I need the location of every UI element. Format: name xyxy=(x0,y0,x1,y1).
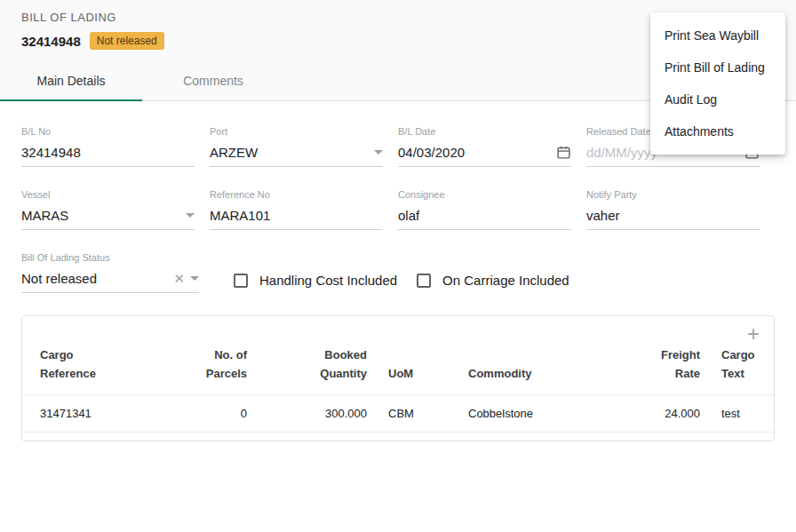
tab-comments[interactable]: Comments xyxy=(142,60,284,101)
bl-date-field: B/L Date xyxy=(398,126,571,167)
on-carriage-checkbox[interactable] xyxy=(417,274,431,288)
add-cargo-line-button[interactable]: + xyxy=(747,325,760,343)
cargo-card: + Cargo Reference No. of Parcels Booked … xyxy=(21,315,775,441)
bl-no-input[interactable] xyxy=(21,145,195,160)
bl-status-label: Bill Of Lading Status xyxy=(21,252,199,263)
bl-date-label: B/L Date xyxy=(398,126,571,137)
status-badge: Not released xyxy=(90,32,164,50)
menu-item-print-sea-waybill[interactable]: Print Sea Waybill xyxy=(650,20,785,52)
bl-no-label: B/L No xyxy=(21,126,195,137)
port-label: Port xyxy=(210,126,383,137)
vessel-label: Vessel xyxy=(21,189,195,200)
cell-booked-quantity: 300.000 xyxy=(258,394,378,432)
cargo-table-row[interactable]: 31471341 0 300.000 CBM Cobbelstone 24.00… xyxy=(22,394,774,432)
bl-date-input[interactable] xyxy=(398,145,556,160)
on-carriage-checkbox-group: On Carriage Included xyxy=(417,273,569,288)
col-no-of-parcels: No. of Parcels xyxy=(182,343,258,394)
chevron-down-icon[interactable] xyxy=(190,276,199,281)
cell-freight-rate: 24.000 xyxy=(626,394,711,432)
tab-main-details[interactable]: Main Details xyxy=(0,60,142,101)
vessel-value: MARAS xyxy=(21,208,68,223)
consignee-input[interactable] xyxy=(398,208,571,223)
cell-no-of-parcels: 0 xyxy=(182,394,258,432)
cargo-table: Cargo Reference No. of Parcels Booked Qu… xyxy=(22,343,774,433)
menu-item-print-bill-of-lading[interactable]: Print Bill of Lading xyxy=(650,52,785,83)
consignee-field: Consignee xyxy=(398,189,571,230)
chevron-down-icon[interactable] xyxy=(374,150,383,155)
cargo-table-header-row: Cargo Reference No. of Parcels Booked Qu… xyxy=(22,343,774,394)
cell-commodity: Cobbelstone xyxy=(458,394,626,432)
clear-icon[interactable]: ✕ xyxy=(173,272,185,285)
calendar-icon[interactable] xyxy=(556,145,571,160)
port-value: ARZEW xyxy=(210,145,258,160)
consignee-label: Consignee xyxy=(398,189,571,200)
handling-cost-checkbox-group: Handling Cost Included xyxy=(234,273,397,288)
col-freight-rate: Freight Rate xyxy=(626,343,711,394)
col-booked-quantity: Booked Quantity xyxy=(258,343,378,394)
menu-item-audit-log[interactable]: Audit Log xyxy=(650,83,785,115)
col-cargo-text: Cargo Text xyxy=(711,343,774,394)
chevron-down-icon[interactable] xyxy=(186,213,195,218)
cell-uom: CBM xyxy=(378,394,458,432)
notify-party-field: Notify Party xyxy=(586,189,760,230)
reference-no-label: Reference No xyxy=(210,189,383,200)
handling-cost-label: Handling Cost Included xyxy=(259,273,397,288)
port-field[interactable]: Port ARZEW xyxy=(210,126,383,167)
cell-cargo-text: test xyxy=(711,394,774,432)
bl-status-field[interactable]: Bill Of Lading Status Not released ✕ xyxy=(21,252,199,293)
col-uom: UoM xyxy=(378,343,458,394)
vessel-field[interactable]: Vessel MARAS xyxy=(21,189,195,230)
bl-no-field: B/L No xyxy=(21,126,195,167)
on-carriage-label: On Carriage Included xyxy=(442,273,569,288)
cell-cargo-reference: 31471341 xyxy=(22,394,182,432)
handling-cost-checkbox[interactable] xyxy=(234,274,248,288)
menu-item-attachments[interactable]: Attachments xyxy=(650,115,785,147)
reference-no-input[interactable] xyxy=(210,208,383,223)
col-commodity: Commodity xyxy=(458,343,626,394)
col-cargo-reference: Cargo Reference xyxy=(22,343,182,394)
notify-party-label: Notify Party xyxy=(586,189,760,200)
notify-party-input[interactable] xyxy=(586,208,760,223)
actions-menu: Print Sea Waybill Print Bill of Lading A… xyxy=(650,12,785,155)
bl-number: 32414948 xyxy=(21,34,81,49)
reference-no-field: Reference No xyxy=(210,189,383,230)
bl-status-value: Not released xyxy=(21,271,97,286)
